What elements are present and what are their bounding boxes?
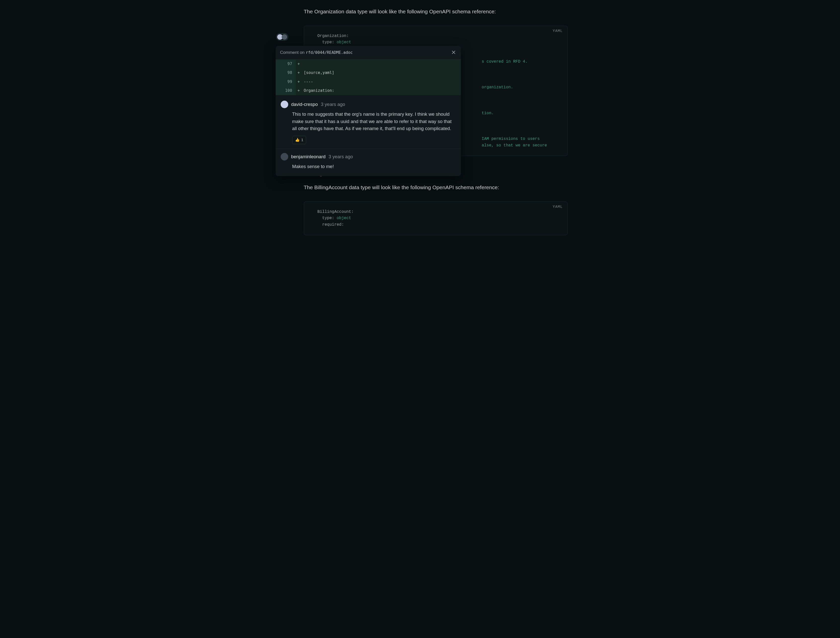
diff-marker: + — [296, 68, 302, 77]
avatar — [282, 34, 287, 40]
code-language-label: YAML — [552, 28, 563, 34]
reaction-pill[interactable]: 👍1 — [292, 136, 306, 144]
diff-row[interactable]: 97+ — [276, 60, 461, 68]
diff-row[interactable]: 99+---- — [276, 77, 461, 86]
code-language-label: YAML — [552, 204, 563, 210]
diff-marker: + — [296, 60, 302, 68]
comment-item: david-crespo3 years agoThis to me sugges… — [276, 96, 461, 149]
comment-popover: Comment on rfd/0044/README.adoc 97+98+[s… — [276, 46, 461, 176]
diff-row[interactable]: 100+Organization: — [276, 86, 461, 95]
diff-marker: + — [296, 77, 302, 86]
line-number: 98 — [276, 68, 296, 77]
diff-snippet: 97+98+[source,yaml]99+----100+Organizati… — [276, 60, 461, 95]
comments-list: david-crespo3 years agoThis to me sugges… — [276, 95, 461, 176]
diff-row[interactable]: 98+[source,yaml] — [276, 68, 461, 77]
comment-author[interactable]: david-crespo — [291, 101, 318, 108]
diff-marker: + — [296, 86, 302, 95]
diff-line-content: [source,yaml] — [302, 68, 461, 77]
line-number: 100 — [276, 86, 296, 95]
comment-item: benjaminleonard3 years agoMakes sense to… — [276, 149, 461, 175]
popover-title: Comment on rfd/0044/README.adoc — [280, 49, 353, 56]
code-content: BillingAccount: type: object required: — [313, 209, 559, 228]
comment-body: This to me suggests that the org's name … — [292, 111, 456, 132]
close-button[interactable] — [451, 49, 456, 56]
popover-title-prefix: Comment on — [280, 50, 306, 55]
reaction-count: 1 — [301, 137, 303, 143]
diff-line-content: Organization: — [302, 86, 461, 95]
comment-thread-avatars[interactable] — [276, 33, 288, 41]
line-number: 99 — [276, 77, 296, 86]
avatar — [281, 101, 288, 108]
diff-line-content — [302, 60, 461, 68]
popover-header: Comment on rfd/0044/README.adoc — [276, 46, 461, 60]
avatar — [281, 153, 288, 161]
close-icon — [452, 51, 456, 54]
line-number: 97 — [276, 60, 296, 68]
thumbs-up-icon: 👍 — [295, 137, 300, 143]
comment-body: Makes sense to me! — [292, 163, 456, 170]
popover-file-path: rfd/0044/README.adoc — [306, 50, 353, 55]
section-intro-paragraph: The BillingAccount data type will look l… — [304, 183, 568, 191]
comment-author[interactable]: benjaminleonard — [291, 153, 326, 160]
intro-paragraph: The Organization data type will look lik… — [304, 8, 568, 16]
diff-line-content: ---- — [302, 77, 461, 86]
comment-time: 3 years ago — [321, 101, 345, 108]
comment-time: 3 years ago — [329, 153, 353, 160]
code-block-billing: YAML BillingAccount: type: object requir… — [304, 202, 568, 235]
